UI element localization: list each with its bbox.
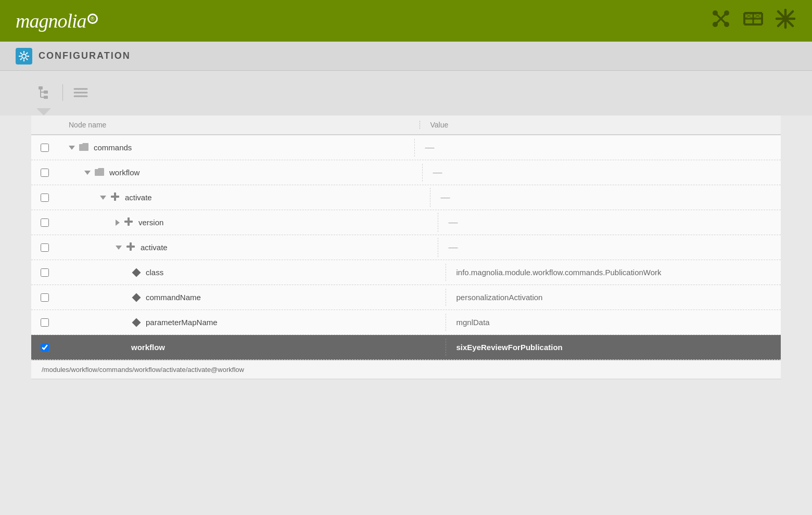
expand-arrow-1[interactable] (69, 146, 75, 150)
folder-icon-2 (95, 168, 104, 177)
svg-point-20 (22, 54, 26, 58)
row-name-2: workflow (58, 164, 423, 182)
row-name-7: commandName (58, 289, 446, 306)
row-name-5: activate (58, 238, 438, 257)
svg-rect-34 (124, 221, 133, 223)
diamond-icon-8 (132, 318, 141, 327)
svg-rect-36 (126, 246, 135, 248)
row-name-6: class (58, 264, 446, 281)
table-row[interactable]: parameterMapName mgnlData (31, 310, 781, 335)
row-checkbox-7[interactable] (31, 293, 58, 302)
header: magnolia ® (0, 0, 812, 42)
table-header: Node name Value (31, 115, 781, 135)
row-name-9: workflow (58, 339, 446, 356)
expand-arrow-4[interactable] (116, 220, 120, 226)
row-value-6: info.magnolia.module.workflow.commands.P… (446, 264, 781, 281)
row-name-3: activate (58, 188, 430, 207)
dropdown-triangle (36, 108, 51, 115)
table-row[interactable]: commandName personalizationActivation (31, 285, 781, 310)
checkbox-1[interactable] (41, 144, 49, 152)
row-name-4: version (58, 213, 438, 232)
expand-arrow-2[interactable] (84, 171, 91, 175)
section-title-bar: CONFIGURATION (0, 42, 812, 71)
row-checkbox-9[interactable] (31, 343, 58, 352)
row-value-7: personalizationActivation (446, 289, 781, 306)
row-value-1: — (415, 138, 781, 157)
row-checkbox-4[interactable] (31, 218, 58, 227)
logo: magnolia ® (16, 9, 98, 32)
checkbox-7[interactable] (41, 293, 49, 302)
table-row-selected[interactable]: workflow sixEyeReviewForPublication (31, 335, 781, 360)
table-container: Node name Value commands — (31, 115, 781, 360)
checkbox-6[interactable] (41, 268, 49, 277)
diamond-icon-6 (132, 268, 141, 277)
expand-arrow-3[interactable] (100, 196, 106, 200)
row-checkbox-3[interactable] (31, 194, 58, 202)
logo-registered: ® (87, 14, 98, 24)
row-value-3: — (430, 188, 781, 207)
toolbar (0, 71, 812, 104)
logo-text: magnolia (16, 9, 86, 32)
toolbar-divider (62, 84, 63, 101)
row-checkbox-6[interactable] (31, 268, 58, 277)
status-path: /modules/workflow/commands/workflow/acti… (42, 366, 244, 374)
cross-node-icon-5 (126, 242, 135, 253)
table-row[interactable]: activate — (31, 235, 781, 260)
row-name-8: parameterMapName (58, 314, 446, 331)
cross-icon[interactable] (710, 8, 732, 34)
table-row[interactable]: class info.magnolia.module.workflow.comm… (31, 260, 781, 285)
row-value-8: mgnlData (446, 314, 781, 331)
row-value-4: — (438, 213, 781, 232)
row-value-2: — (423, 163, 781, 182)
cross-node-icon-4 (124, 217, 133, 228)
expand-arrow-5[interactable] (116, 246, 122, 250)
diamond-icon-7 (132, 293, 141, 302)
folder-icon-1 (79, 143, 88, 152)
row-checkbox-8[interactable] (31, 318, 58, 327)
table-row[interactable]: workflow — (31, 160, 781, 185)
header-icons (710, 8, 796, 34)
table-row[interactable]: commands — (31, 135, 781, 160)
checkbox-8[interactable] (41, 318, 49, 327)
th-check (31, 121, 58, 129)
checkbox-3[interactable] (41, 194, 49, 202)
svg-rect-23 (44, 96, 48, 99)
th-node-name: Node name (58, 121, 420, 129)
status-bar: /modules/workflow/commands/workflow/acti… (31, 360, 781, 379)
table-row[interactable]: version — (31, 210, 781, 235)
config-section-icon (16, 48, 32, 65)
row-checkbox-2[interactable] (31, 169, 58, 177)
row-checkbox-1[interactable] (31, 144, 58, 152)
menu-button[interactable] (67, 81, 94, 104)
layers-icon[interactable] (742, 8, 764, 34)
asterisk-icon[interactable] (775, 8, 796, 34)
checkbox-9[interactable] (41, 343, 49, 352)
table-row[interactable]: activate — (31, 185, 781, 210)
row-checkbox-5[interactable] (31, 243, 58, 252)
row-name-1: commands (58, 139, 415, 157)
checkbox-4[interactable] (41, 218, 49, 227)
checkbox-5[interactable] (41, 243, 49, 252)
svg-rect-21 (39, 86, 43, 89)
tree-view-button[interactable] (31, 81, 58, 104)
row-value-9: sixEyeReviewForPublication (446, 339, 781, 356)
svg-rect-32 (111, 196, 119, 198)
svg-rect-22 (44, 91, 48, 94)
th-value: Value (420, 121, 781, 129)
row-value-5: — (438, 238, 781, 257)
section-title: CONFIGURATION (39, 50, 131, 61)
checkbox-2[interactable] (41, 169, 49, 177)
cross-node-icon-3 (110, 192, 120, 203)
